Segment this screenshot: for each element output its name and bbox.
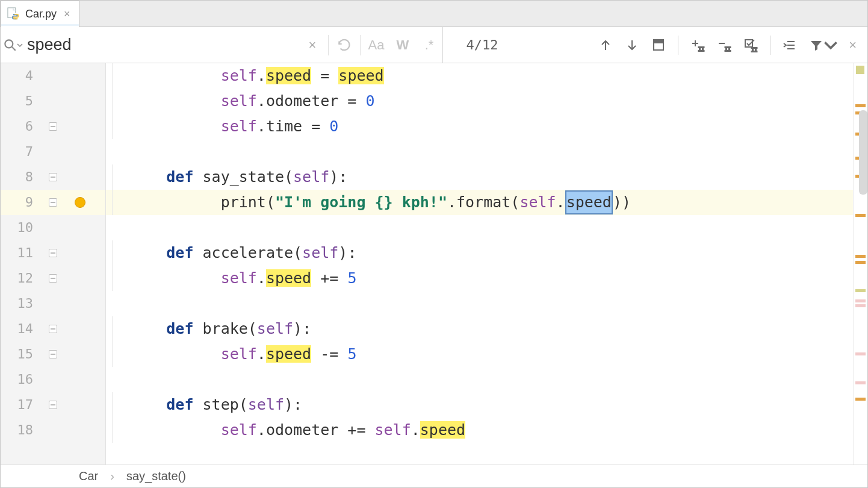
line-number[interactable]: 17 (1, 392, 42, 418)
svg-text:ⵊⵊ: ⵊⵊ (751, 46, 757, 52)
search-icon[interactable] (1, 37, 25, 53)
fold-toggle-icon[interactable] (49, 401, 57, 409)
stripe-mark[interactable] (855, 289, 866, 292)
match-counter: 4/12 (449, 37, 515, 52)
svg-text:ⵊⵊ: ⵊⵊ (698, 46, 704, 52)
code-line[interactable] (106, 139, 853, 164)
breadcrumb-class[interactable]: Car (79, 469, 98, 483)
fold-toggle-icon[interactable] (49, 122, 57, 131)
svg-line-3 (12, 47, 15, 50)
stripe-mark[interactable] (855, 104, 866, 107)
stripe-mark[interactable] (855, 299, 866, 302)
code-line[interactable]: self.speed += 5 (106, 266, 853, 291)
code-line[interactable]: self.speed -= 5 (106, 342, 853, 367)
code-line[interactable]: def brake(self): (106, 316, 853, 342)
fold-toggle-icon[interactable] (49, 173, 57, 181)
code-line[interactable]: def step(self): (106, 392, 853, 418)
stripe-mark[interactable] (855, 398, 866, 401)
code-line[interactable]: self.odometer = 0 (106, 89, 853, 114)
svg-rect-7 (654, 40, 663, 42)
toggle-multiline-icon[interactable] (783, 38, 797, 52)
clear-search-icon[interactable]: × (299, 27, 326, 63)
close-find-icon[interactable]: × (844, 37, 861, 53)
intention-bulb-icon[interactable] (75, 197, 85, 208)
line-number[interactable]: 13 (1, 291, 42, 316)
whole-word-toggle[interactable]: W (389, 27, 416, 63)
code-line[interactable]: self.odometer += self.speed (106, 418, 853, 443)
fold-toggle-icon[interactable] (49, 249, 57, 257)
breadcrumb-separator-icon: › (110, 469, 114, 483)
stripe-mark[interactable] (855, 352, 866, 355)
svg-text:ⵊⵊ: ⵊⵊ (725, 46, 731, 52)
breadcrumb-method[interactable]: say_state() (126, 469, 186, 483)
select-all-icon[interactable] (651, 38, 666, 52)
fold-toggle-icon[interactable] (49, 350, 57, 358)
filter-icon[interactable] (809, 38, 838, 52)
search-input[interactable] (25, 36, 299, 54)
stripe-mark[interactable] (855, 261, 866, 264)
editor: 456789101112131415161718 self.speed = sp… (1, 63, 867, 465)
line-number[interactable]: 14 (1, 316, 42, 342)
prev-match-icon[interactable] (598, 38, 613, 52)
code-line[interactable]: self.time = 0 (106, 114, 853, 139)
stripe-mark[interactable] (855, 255, 866, 258)
code-line[interactable] (106, 367, 853, 392)
tab-filename: Car.py (25, 8, 57, 20)
next-match-icon[interactable] (625, 38, 639, 52)
line-number[interactable]: 5 (1, 89, 42, 114)
stripe-mark[interactable] (855, 381, 866, 384)
regex-toggle[interactable]: .* (416, 27, 442, 63)
scrollbar-thumb[interactable] (859, 110, 867, 195)
line-number[interactable]: 4 (1, 63, 42, 89)
svg-point-2 (5, 40, 13, 48)
line-number[interactable]: 9 (1, 190, 42, 215)
line-number[interactable]: 10 (1, 215, 42, 240)
line-number[interactable]: 15 (1, 342, 42, 367)
line-number[interactable]: 11 (1, 240, 42, 266)
svg-rect-6 (654, 43, 663, 50)
error-stripe[interactable] (853, 63, 867, 465)
python-file-icon (7, 7, 20, 20)
file-tab[interactable]: Car.py × (1, 1, 79, 27)
line-number[interactable]: 18 (1, 418, 42, 443)
analysis-status-icon[interactable] (856, 66, 864, 74)
stripe-mark[interactable] (855, 304, 866, 307)
code-line[interactable] (106, 291, 853, 316)
match-case-toggle[interactable]: Aa (363, 27, 389, 63)
line-number[interactable]: 12 (1, 266, 42, 291)
code-line[interactable]: self.speed = speed (106, 63, 853, 89)
code-line[interactable]: print("I'm going {} kph!".format(self.sp… (106, 190, 853, 215)
fold-toggle-icon[interactable] (49, 198, 57, 207)
gutter: 456789101112131415161718 (1, 63, 106, 465)
stripe-mark[interactable] (855, 214, 866, 217)
search-history-icon[interactable] (331, 27, 358, 63)
select-all-occurrences-icon[interactable]: ⵊⵊ (743, 38, 758, 52)
add-selection-icon[interactable]: ⵊⵊ (690, 38, 705, 52)
code-line[interactable] (106, 215, 853, 240)
code-line[interactable]: def say_state(self): (106, 164, 853, 190)
line-number[interactable]: 16 (1, 367, 42, 392)
line-number[interactable]: 6 (1, 114, 42, 139)
line-number[interactable]: 8 (1, 164, 42, 190)
find-toolbar: × Aa W .* 4/12 ⵊⵊ ⵊⵊ ⵊⵊ × (1, 27, 867, 63)
code-line[interactable]: def accelerate(self): (106, 240, 853, 266)
fold-toggle-icon[interactable] (49, 325, 57, 333)
close-tab-icon[interactable]: × (61, 8, 73, 20)
remove-selection-icon[interactable]: ⵊⵊ (717, 38, 731, 52)
breadcrumb: Car › say_state() (1, 465, 867, 487)
tab-bar: Car.py × (1, 1, 867, 27)
line-number[interactable]: 7 (1, 139, 42, 164)
code-area[interactable]: self.speed = speed self.odometer = 0 sel… (106, 63, 853, 465)
fold-toggle-icon[interactable] (49, 274, 57, 283)
